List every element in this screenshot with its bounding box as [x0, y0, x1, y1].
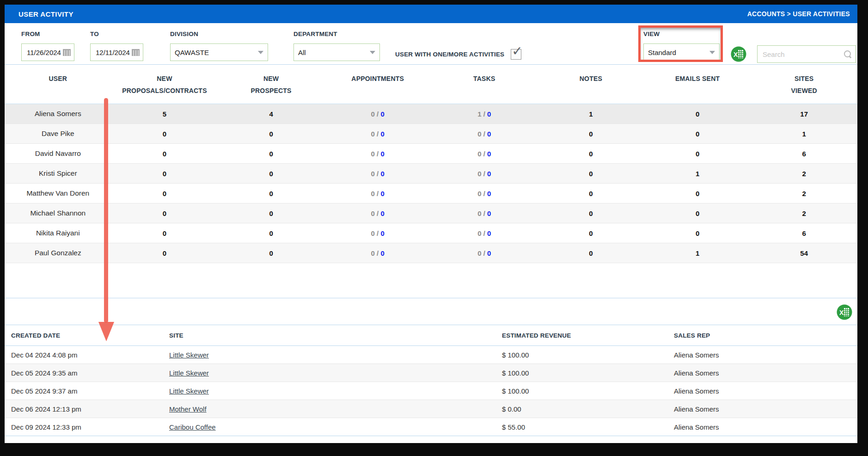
tasks-link[interactable]: 0	[487, 170, 491, 178]
sites-viewed-value: 2	[751, 190, 857, 197]
col-emails-sent: EMAILS SENT	[644, 73, 751, 104]
new-proposals-contracts-value: 0	[111, 170, 218, 178]
fraction-separator: /	[482, 249, 488, 257]
tasks-link[interactable]: 0	[487, 110, 491, 118]
fraction-separator: /	[375, 130, 381, 138]
appointments-open-count: 0	[371, 229, 375, 237]
division-group: DIVISION QAWASTE	[170, 31, 268, 61]
chevron-down-icon	[709, 51, 715, 54]
division-label: DIVISION	[170, 31, 268, 37]
tasks-value: 0 / 0	[431, 210, 538, 217]
tasks-link[interactable]: 0	[487, 130, 491, 138]
view-label: VIEW	[643, 31, 720, 37]
user-activity-row[interactable]: Dave Pike 0 0 0 / 0 0 / 0 0 0 1	[5, 124, 857, 144]
sales-rep-value: Aliena Somers	[674, 423, 857, 431]
from-date-field[interactable]	[21, 43, 74, 61]
site-link[interactable]: Caribou Coffee	[169, 423, 216, 431]
appointments-link[interactable]: 0	[380, 130, 384, 138]
new-prospects-value: 0	[218, 130, 324, 138]
col-appointments: APPOINTMENTS	[324, 73, 431, 104]
breadcrumb[interactable]: ACCOUNTS > USER ACTIVITIES	[747, 10, 850, 18]
user-name: Kristi Spicer	[5, 169, 111, 178]
tasks-value: 0 / 0	[431, 150, 538, 158]
emails-sent-value: 1	[644, 249, 751, 257]
tasks-link[interactable]: 0	[487, 210, 491, 217]
to-date-input[interactable]	[95, 48, 132, 57]
activity-detail-row: Dec 09 2024 12:33 pm Caribou Coffee $ 55…	[5, 418, 857, 436]
checkmark-icon: ✓	[512, 45, 522, 58]
notes-value: 0	[538, 249, 644, 257]
excel-export-icon: X	[731, 46, 746, 62]
user-name: Michael Shannon	[5, 209, 111, 217]
fraction-separator: /	[375, 150, 381, 158]
sales-rep-value: Aliena Somers	[674, 351, 857, 359]
department-select[interactable]: All	[293, 43, 380, 61]
fraction-separator: /	[482, 210, 488, 217]
user-activity-row[interactable]: Aliena Somers 5 4 0 / 0 1 / 0 1 0 17	[5, 104, 857, 124]
chevron-down-icon	[370, 51, 375, 54]
export-excel-button[interactable]: X	[731, 46, 746, 62]
to-date-field[interactable]	[90, 43, 143, 61]
department-selected-value: All	[298, 49, 306, 56]
search-icon[interactable]	[844, 50, 851, 58]
user-activity-row[interactable]: Paul Gonzalez 0 0 0 / 0 0 / 0 0 1 54	[5, 243, 857, 263]
users-table-header: USER NEWPROPOSALS/CONTRACTS NEWPROSPECTS…	[5, 65, 857, 104]
calendar-icon[interactable]	[63, 49, 71, 56]
tasks-open-count: 0	[477, 210, 481, 217]
user-activity-row[interactable]: Kristi Spicer 0 0 0 / 0 0 / 0 0 1 2	[5, 164, 857, 184]
estimated-revenue-value: $ 55.00	[502, 423, 674, 431]
from-date-input[interactable]	[26, 48, 63, 57]
fraction-separator: /	[482, 170, 488, 178]
site-cell: Little Skewer	[169, 351, 502, 359]
emails-sent-value: 0	[644, 190, 751, 197]
titlebar: USER ACTIVITY ACCOUNTS > USER ACTIVITIES	[5, 5, 857, 23]
new-proposals-contracts-value: 0	[111, 249, 218, 257]
details-export-row: X	[5, 298, 857, 325]
site-link[interactable]: Little Skewer	[169, 351, 209, 359]
appointments-link[interactable]: 0	[380, 210, 384, 217]
calendar-icon[interactable]	[132, 49, 140, 56]
activity-detail-row: Dec 05 2024 9:37 am Little Skewer $ 100.…	[5, 382, 857, 400]
user-name: Aliena Somers	[5, 110, 111, 118]
user-name: Paul Gonzalez	[5, 249, 111, 257]
tasks-link[interactable]: 0	[487, 249, 491, 257]
tasks-open-count: 0	[477, 190, 481, 197]
appointments-link[interactable]: 0	[380, 170, 384, 178]
search-input[interactable]	[762, 50, 844, 59]
appointments-link[interactable]: 0	[380, 110, 384, 118]
col-sales-rep: SALES REP	[674, 332, 857, 339]
site-link[interactable]: Mother Wolf	[169, 405, 207, 413]
appointments-value: 0 / 0	[324, 249, 431, 257]
site-link[interactable]: Little Skewer	[169, 369, 209, 377]
site-cell: Mother Wolf	[169, 405, 502, 413]
fraction-separator: /	[375, 170, 381, 178]
appointments-value: 0 / 0	[324, 150, 431, 158]
view-select[interactable]: Standard	[643, 43, 720, 61]
user-activity-row[interactable]: Nikita Raiyani 0 0 0 / 0 0 / 0 0 0 6	[5, 223, 857, 243]
user-activity-row[interactable]: Michael Shannon 0 0 0 / 0 0 / 0 0 0 2	[5, 203, 857, 223]
export-details-excel-button[interactable]: X	[837, 304, 852, 320]
new-prospects-value: 4	[218, 110, 324, 118]
site-link[interactable]: Little Skewer	[169, 387, 209, 395]
tasks-open-count: 0	[477, 229, 481, 237]
new-proposals-contracts-value: 0	[111, 190, 218, 197]
fraction-separator: /	[482, 229, 488, 237]
user-name: Nikita Raiyani	[5, 229, 111, 237]
tasks-link[interactable]: 0	[487, 229, 491, 237]
division-select[interactable]: QAWASTE	[170, 43, 268, 61]
activities-filter-label: USER WITH ONE/MORE ACTIVITIES	[395, 51, 504, 58]
activities-checkbox[interactable]: ✓	[511, 49, 521, 60]
activity-detail-row: Dec 04 2024 4:08 pm Little Skewer $ 100.…	[5, 346, 857, 364]
appointments-open-count: 0	[371, 249, 375, 257]
appointments-link[interactable]: 0	[380, 249, 384, 257]
tasks-link[interactable]: 0	[487, 190, 491, 197]
appointments-link[interactable]: 0	[380, 150, 384, 158]
user-activity-row[interactable]: David Navarro 0 0 0 / 0 0 / 0 0 0 6	[5, 144, 857, 164]
tasks-link[interactable]: 0	[487, 150, 491, 158]
appointments-link[interactable]: 0	[380, 229, 384, 237]
new-proposals-contracts-value: 0	[111, 150, 218, 158]
search-field[interactable]	[757, 45, 856, 63]
user-activity-row[interactable]: Matthew Van Doren 0 0 0 / 0 0 / 0 0 0 2	[5, 184, 857, 203]
appointments-link[interactable]: 0	[380, 190, 384, 197]
tasks-value: 0 / 0	[431, 190, 538, 197]
